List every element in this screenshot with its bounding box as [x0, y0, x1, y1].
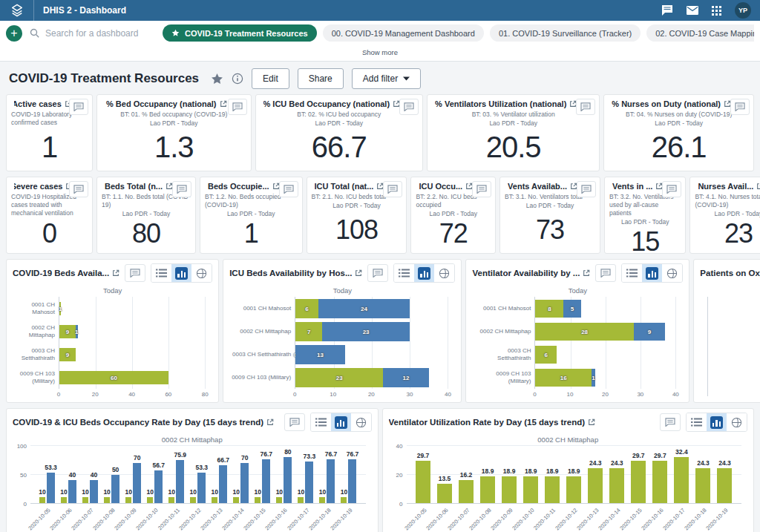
- bar[interactable]: 70: [240, 463, 249, 503]
- share-button[interactable]: Share: [298, 68, 344, 89]
- bar[interactable]: 10: [147, 497, 153, 503]
- kpi-title[interactable]: % Ventilators Utilization (national): [435, 99, 577, 108]
- comment-button[interactable]: [399, 99, 419, 115]
- open-in-visualizer-icon[interactable]: [583, 269, 590, 277]
- search-input[interactable]: [44, 27, 155, 39]
- dashboard-chip[interactable]: 01. COVID-19 Surveillance (Tracker): [490, 24, 641, 42]
- chart-title[interactable]: COVID-19 Beds Availa...: [13, 269, 119, 278]
- bar[interactable]: 76.7: [262, 459, 270, 503]
- comment-button[interactable]: [730, 99, 750, 115]
- bar-segment[interactable]: 9: [634, 323, 665, 341]
- kpi-title[interactable]: ICU Occu...: [419, 182, 473, 191]
- kpi-title[interactable]: Nurses Avail...: [698, 182, 760, 191]
- bar-segment[interactable]: 1: [592, 369, 595, 387]
- bar-segment[interactable]: 1: [59, 302, 61, 315]
- kpi-title[interactable]: Beds Occupie...: [208, 182, 280, 191]
- map-view-icon[interactable]: [662, 264, 682, 282]
- bar[interactable]: 10: [341, 497, 347, 503]
- bar[interactable]: 10: [298, 497, 304, 503]
- comment-button[interactable]: [595, 264, 616, 282]
- dashboard-search[interactable]: [30, 27, 155, 39]
- bar[interactable]: 18.9: [523, 476, 538, 503]
- bar[interactable]: 32.4: [674, 457, 689, 503]
- open-in-visualizer-icon[interactable]: [756, 183, 760, 190]
- chart-title[interactable]: Patients on Oxygen by Ho...: [700, 269, 760, 278]
- map-view-icon[interactable]: [434, 264, 454, 282]
- bar-segment[interactable]: 9: [59, 325, 76, 338]
- bar-segment[interactable]: 8: [535, 300, 563, 318]
- table-view-icon[interactable]: [311, 413, 331, 431]
- dashboard-chip[interactable]: 00. COVID-19 Management Dashboard: [323, 24, 484, 42]
- bar[interactable]: 76.7: [348, 459, 356, 503]
- chart-title[interactable]: COVID-19 & ICU Beds Occupancy Rate by Da…: [13, 418, 279, 427]
- star-favorite-icon[interactable]: [211, 73, 223, 85]
- open-in-visualizer-icon[interactable]: [588, 418, 595, 426]
- table-view-icon[interactable]: [394, 264, 414, 282]
- bar[interactable]: 10: [82, 497, 88, 503]
- bar[interactable]: 24.3: [588, 468, 603, 503]
- comment-button[interactable]: [69, 181, 88, 197]
- bar[interactable]: 29.7: [416, 461, 430, 503]
- bar[interactable]: 29.7: [652, 461, 667, 503]
- kpi-title[interactable]: Vents Availab...: [508, 182, 577, 191]
- kpi-title[interactable]: Active cases: [14, 99, 70, 108]
- bar[interactable]: 10: [276, 497, 282, 503]
- edit-button[interactable]: Edit: [252, 68, 289, 89]
- bar[interactable]: 10: [233, 497, 239, 503]
- info-icon[interactable]: [232, 73, 243, 85]
- messages-icon[interactable]: [687, 6, 698, 15]
- bar-segment[interactable]: 5: [563, 300, 581, 318]
- bar[interactable]: 80: [284, 457, 292, 503]
- bar[interactable]: 10: [212, 497, 217, 503]
- chart-view-icon[interactable]: [707, 413, 727, 431]
- bar[interactable]: 40: [90, 480, 98, 503]
- bar-segment[interactable]: 16: [535, 369, 592, 387]
- chart-title[interactable]: Ventilator Utilization Rate by Day (15 d…: [389, 418, 655, 427]
- comment-button[interactable]: [125, 264, 145, 282]
- bar-segment[interactable]: 13: [295, 345, 345, 364]
- map-view-icon[interactable]: [727, 413, 747, 431]
- comment-button[interactable]: [577, 181, 596, 197]
- bar[interactable]: 18.9: [480, 476, 495, 503]
- bar[interactable]: 13.5: [437, 484, 452, 503]
- comment-button[interactable]: [284, 413, 305, 431]
- bar[interactable]: 18.9: [545, 476, 560, 503]
- chart-view-icon[interactable]: [642, 264, 662, 282]
- bar[interactable]: 10: [125, 497, 131, 503]
- comment-button[interactable]: [69, 99, 88, 115]
- kpi-title[interactable]: Beds Total (n...: [105, 182, 173, 191]
- bar[interactable]: 40: [68, 480, 76, 503]
- comment-button[interactable]: [662, 181, 681, 197]
- bar[interactable]: 10: [319, 497, 325, 503]
- bar[interactable]: 10: [168, 497, 174, 503]
- comment-button[interactable]: [172, 181, 191, 197]
- bar[interactable]: 18.9: [566, 476, 581, 503]
- map-view-icon[interactable]: [191, 264, 212, 282]
- bar-segment[interactable]: 9: [59, 348, 76, 361]
- bar[interactable]: 53.3: [47, 473, 55, 503]
- comment-button[interactable]: [660, 413, 681, 431]
- dashboard-chip-selected[interactable]: COVID-19 Treatment Resources: [163, 24, 317, 42]
- kpi-title[interactable]: % Bed Occupancy (national): [105, 99, 229, 108]
- bar[interactable]: 10: [255, 497, 261, 503]
- bar[interactable]: 75.9: [176, 460, 184, 503]
- bar-segment[interactable]: 6: [295, 299, 318, 318]
- bar[interactable]: 76.7: [327, 459, 335, 503]
- bar[interactable]: 29.7: [631, 461, 646, 503]
- bar[interactable]: 73.3: [305, 462, 313, 503]
- user-avatar[interactable]: YP: [735, 2, 751, 19]
- bar[interactable]: 24.3: [695, 468, 710, 503]
- add-filter-button[interactable]: Add filter: [352, 68, 421, 89]
- bar-segment[interactable]: 28: [535, 323, 633, 341]
- bar[interactable]: 10: [190, 497, 196, 503]
- dashboard-chip[interactable]: 02. COVID-19 Case Mapping (Tracker): [646, 24, 754, 42]
- open-in-visualizer-icon[interactable]: [355, 269, 362, 277]
- bar[interactable]: 10: [39, 497, 45, 503]
- open-in-visualizer-icon[interactable]: [266, 418, 274, 426]
- interpretations-icon[interactable]: [661, 5, 673, 16]
- bar[interactable]: 70: [133, 463, 141, 503]
- table-view-icon[interactable]: [687, 413, 707, 431]
- bar[interactable]: 16.2: [459, 480, 474, 503]
- bar[interactable]: 56.7: [154, 470, 163, 503]
- bar[interactable]: 50: [111, 475, 119, 504]
